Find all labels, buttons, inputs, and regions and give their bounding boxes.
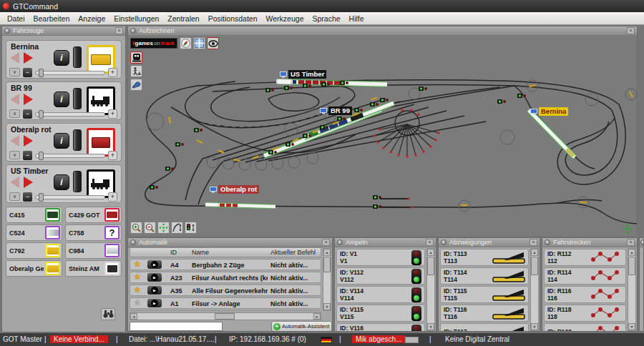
traffic-light-icon[interactable]: [411, 287, 421, 302]
loco-cell[interactable]: C758 ?: [65, 224, 122, 241]
map-label-us-timber[interactable]: US Timber: [280, 70, 326, 79]
favorite-star-icon[interactable]: ★: [134, 272, 141, 282]
slider-thumb[interactable]: [39, 69, 44, 77]
compass-button[interactable]: [180, 37, 192, 49]
close-icon[interactable]: ×: [115, 27, 123, 34]
play-button[interactable]: ▶: [147, 260, 162, 269]
signal-row[interactable]: ID: V116V116: [336, 323, 425, 332]
loco-cell[interactable]: C524: [6, 224, 62, 241]
scrollbar-thumb[interactable]: [628, 257, 635, 275]
train-oberalp-highlight[interactable]: [205, 203, 275, 209]
turnout-row[interactable]: ID: T114T114: [440, 267, 529, 285]
expand-button[interactable]: ∨: [9, 192, 20, 201]
visibility-button[interactable]: [207, 37, 219, 49]
close-icon[interactable]: ×: [426, 239, 434, 246]
scrollbar-thumb[interactable]: [427, 257, 434, 275]
train-mode-button[interactable]: [130, 51, 142, 64]
automatik-filter-input[interactable]: [130, 322, 223, 331]
turnout-icon[interactable]: [492, 252, 525, 264]
train-card-bernina[interactable]: Bernina i ∨ − +: [6, 40, 122, 79]
automatik-row[interactable]: ★ ▶ A4 Bergbahn 2 Züge Nicht aktiv...: [130, 259, 321, 270]
turnout-icon[interactable]: [492, 289, 525, 301]
menu-einstellungen[interactable]: Einstellungen: [109, 14, 163, 23]
route-row[interactable]: ID: R118118: [544, 305, 626, 322]
scroll-up-icon[interactable]: ▲: [427, 249, 434, 256]
speed-slider[interactable]: [35, 195, 105, 199]
turnout-icon[interactable]: [492, 326, 525, 332]
map-label-oberalp-rot[interactable]: Oberalp rot: [210, 185, 259, 194]
loco-cell[interactable]: C429 GOT: [65, 207, 122, 223]
search-button[interactable]: [101, 308, 115, 320]
loco-cell[interactable]: Oberalp Ge: [6, 260, 62, 277]
route-icon[interactable]: [588, 270, 623, 282]
turnout-row[interactable]: ID: T113T113: [440, 249, 529, 266]
speed-minus-button[interactable]: −: [23, 192, 32, 202]
scrollbar-thumb[interactable]: [531, 257, 538, 275]
automatik-row[interactable]: ★ ▶ A1 Filsur -> Anlage Nicht aktiv...: [130, 297, 321, 309]
close-icon[interactable]: ×: [627, 239, 635, 246]
scroll-left-icon[interactable]: ◄: [130, 313, 137, 320]
slider-thumb[interactable]: [39, 152, 44, 160]
menu-positionsdaten[interactable]: Positionsdaten: [204, 14, 262, 23]
speed-plus-button[interactable]: +: [108, 68, 117, 77]
info-button[interactable]: i: [54, 50, 69, 66]
scroll-down-icon[interactable]: ▼: [427, 323, 434, 330]
scroll-up-icon[interactable]: ▲: [628, 249, 635, 256]
expand-button[interactable]: ∨: [9, 151, 20, 159]
menu-werkzeuge[interactable]: Werkzeuge: [262, 14, 308, 23]
route-icon[interactable]: [588, 289, 623, 300]
signal-row[interactable]: ID: V114V114: [336, 286, 425, 303]
grid-view-button[interactable]: [193, 37, 205, 49]
reverse-button[interactable]: [10, 94, 19, 105]
route-row[interactable]: ID: R116116: [544, 286, 626, 303]
forward-button[interactable]: [24, 52, 33, 64]
close-icon[interactable]: ×: [530, 239, 537, 246]
close-icon[interactable]: ×: [627, 27, 635, 34]
automatik-row-partial[interactable]: ★ ▶: [130, 310, 321, 311]
speed-plus-button[interactable]: +: [108, 109, 117, 119]
menu-sprache[interactable]: Sprache: [308, 14, 344, 23]
forward-button[interactable]: [24, 94, 33, 105]
info-button[interactable]: i: [54, 92, 69, 107]
turnout-icon[interactable]: [492, 307, 525, 320]
speed-plus-button[interactable]: +: [108, 151, 117, 160]
reverse-button[interactable]: [10, 52, 19, 64]
scroll-right-icon[interactable]: ►: [313, 313, 321, 320]
scroll-down-icon[interactable]: ▼: [531, 323, 538, 330]
menu-zentralen[interactable]: Zentralen: [163, 14, 203, 23]
scrollbar-thumb[interactable]: [215, 313, 235, 320]
train-bernina-highlight[interactable]: [528, 109, 576, 159]
route-icon[interactable]: [588, 252, 623, 263]
loco-cell[interactable]: C792: [6, 242, 62, 259]
train-card-oberalp-rot[interactable]: Oberalp rot i ∨ − +: [6, 123, 122, 162]
forward-button[interactable]: [24, 135, 33, 147]
loco-cell[interactable]: C415: [6, 207, 62, 223]
menu-anzeige[interactable]: Anzeige: [74, 14, 109, 23]
speed-slider[interactable]: [35, 71, 105, 75]
favorite-star-icon[interactable]: ★: [134, 260, 141, 269]
reverse-button[interactable]: [10, 177, 19, 188]
route-row[interactable]: ID: R112112: [544, 249, 626, 266]
track-map-canvas[interactable]: US Timber BR 99 Bernina Oberalp rot game…: [128, 36, 637, 237]
map-label-bernina[interactable]: Bernina: [530, 107, 568, 116]
loco-cell[interactable]: C984: [65, 242, 122, 259]
info-button[interactable]: i: [54, 174, 69, 190]
signal-row[interactable]: ID: V112V112: [336, 267, 425, 285]
forward-button[interactable]: [24, 177, 33, 188]
menu-bearbeiten[interactable]: Bearbeiten: [29, 14, 74, 23]
pan-button[interactable]: [157, 222, 170, 234]
measure-tool-button[interactable]: [130, 79, 142, 91]
signal-row[interactable]: ID: V115V115: [336, 305, 425, 322]
turnout-row[interactable]: ID: T117: [440, 323, 529, 332]
play-button[interactable]: ▶: [147, 299, 162, 307]
scroll-down-icon[interactable]: ▼: [323, 303, 331, 310]
ampeln-scrollbar[interactable]: ▲ ▼: [426, 248, 435, 331]
traffic-light-icon[interactable]: [411, 269, 421, 284]
zoom-in-button[interactable]: [130, 222, 142, 234]
route-row[interactable]: ID: R120: [544, 323, 626, 332]
play-button[interactable]: ▶: [147, 273, 162, 282]
menu-datei[interactable]: Datei: [3, 14, 29, 23]
info-button[interactable]: i: [54, 133, 69, 149]
track-measure-button[interactable]: [171, 222, 183, 234]
train-card-us-timber[interactable]: US Timber i ∨ − +: [6, 164, 122, 203]
